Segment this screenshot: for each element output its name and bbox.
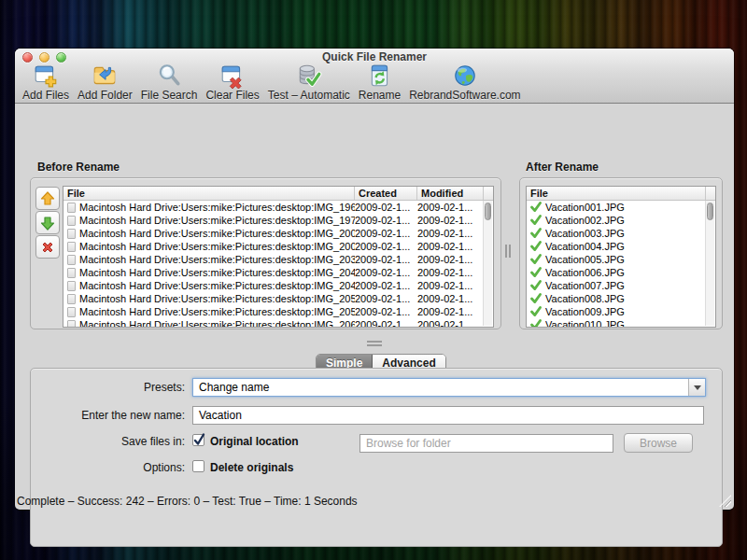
vertical-splitter-handle[interactable] xyxy=(505,245,511,258)
document-icon xyxy=(67,294,76,304)
table-row[interactable]: Vacation002.JPG xyxy=(527,214,706,227)
save-files-in-label: Save files in: xyxy=(31,435,185,448)
column-header-file[interactable]: File xyxy=(527,187,706,200)
table-row[interactable]: Vacation010.JPG xyxy=(527,318,706,327)
file-path: Macintosh Hard Drive:Users:mike:Pictures… xyxy=(79,241,355,252)
status-bar: Complete – Success: 242 – Errors: 0 – Te… xyxy=(15,492,734,510)
file-path: Macintosh Hard Drive:Users:mike:Pictures… xyxy=(79,306,355,317)
after-table-scrollbar[interactable] xyxy=(705,201,714,326)
table-row[interactable]: Macintosh Hard Drive:Users:mike:Pictures… xyxy=(63,201,484,214)
green-check-icon xyxy=(530,241,542,252)
table-row[interactable]: Vacation004.JPG xyxy=(527,240,706,253)
clear-files-button[interactable]: Clear Files xyxy=(205,63,259,102)
table-row[interactable]: Macintosh Hard Drive:Users:mike:Pictures… xyxy=(63,292,484,305)
created-date: 2009-02-1... xyxy=(355,254,417,265)
green-check-icon xyxy=(530,280,542,291)
file-path: Macintosh Hard Drive:Users:mike:Pictures… xyxy=(79,280,355,291)
horizontal-splitter-handle[interactable] xyxy=(367,341,382,346)
add-files-button[interactable]: Add Files xyxy=(22,63,69,102)
renamed-file-name: Vacation008.JPG xyxy=(545,293,625,304)
column-header-spacer xyxy=(484,187,493,200)
scrollbar-thumb[interactable] xyxy=(707,203,713,220)
add-folder-button[interactable]: Add Folder xyxy=(78,63,133,102)
rename-label: Rename xyxy=(359,89,401,102)
document-icon xyxy=(67,216,76,226)
green-check-icon xyxy=(530,228,542,239)
after-table-header: File xyxy=(527,187,715,201)
add-folder-icon xyxy=(92,63,118,89)
renamed-file-name: Vacation010.JPG xyxy=(545,319,625,327)
document-icon xyxy=(67,203,76,213)
file-search-button[interactable]: File Search xyxy=(141,63,198,102)
file-path: Macintosh Hard Drive:Users:mike:Pictures… xyxy=(79,319,355,327)
created-date: 2009-02-1... xyxy=(355,293,417,304)
green-check-icon xyxy=(530,306,542,317)
modified-date: 2009-02-1... xyxy=(417,215,484,226)
document-icon xyxy=(67,255,76,265)
table-row[interactable]: Vacation003.JPG xyxy=(527,227,706,240)
presets-value: Change name xyxy=(199,381,269,394)
before-files-table: File Created Modified Macintosh Hard Dri… xyxy=(63,186,494,328)
created-date: 2009-02-1... xyxy=(355,319,417,327)
after-rename-title: After Rename xyxy=(526,161,599,174)
column-header-modified[interactable]: Modified xyxy=(417,187,484,200)
original-location-label[interactable]: Original location xyxy=(210,435,299,448)
scrollbar-thumb[interactable] xyxy=(485,203,491,220)
after-files-table: File Vacation001.JPG xyxy=(526,186,716,328)
table-row[interactable]: Macintosh Hard Drive:Users:mike:Pictures… xyxy=(63,305,484,318)
table-row[interactable]: Vacation008.JPG xyxy=(527,292,706,305)
table-row[interactable]: Vacation006.JPG xyxy=(527,266,706,279)
modified-date: 2009-02-1... xyxy=(417,228,484,239)
globe-icon xyxy=(452,63,478,89)
add-files-icon xyxy=(33,63,59,89)
combobox-dropdown-button[interactable] xyxy=(688,379,705,396)
table-row[interactable]: Macintosh Hard Drive:Users:mike:Pictures… xyxy=(63,318,484,327)
new-name-input[interactable]: Vacation xyxy=(192,406,704,425)
resize-grip-icon[interactable] xyxy=(719,495,731,507)
table-row[interactable]: Vacation005.JPG xyxy=(527,253,706,266)
column-header-spacer xyxy=(706,187,715,200)
rebrandsoftware-button[interactable]: RebrandSoftware.com xyxy=(409,63,520,102)
window-chrome[interactable]: Quick File Renamer Add Files Add Folder xyxy=(15,49,734,104)
up-arrow-icon xyxy=(39,190,56,207)
table-row[interactable]: Macintosh Hard Drive:Users:mike:Pictures… xyxy=(63,279,484,292)
checkbox-check-icon xyxy=(192,432,206,446)
browse-folder-input[interactable]: Browse for folder xyxy=(359,434,613,453)
column-header-file[interactable]: File xyxy=(63,187,355,200)
table-row[interactable]: Macintosh Hard Drive:Users:mike:Pictures… xyxy=(63,253,484,266)
column-header-created[interactable]: Created xyxy=(355,187,417,200)
original-location-checkbox[interactable] xyxy=(192,434,204,446)
test-automatic-label: Test – Automatic xyxy=(268,89,350,102)
table-row[interactable]: Vacation009.JPG xyxy=(527,305,706,318)
delete-originals-checkbox[interactable] xyxy=(192,460,204,472)
renamed-file-name: Vacation004.JPG xyxy=(545,241,625,252)
before-rename-groupbox: File Created Modified Macintosh Hard Dri… xyxy=(30,177,501,329)
modified-date: 2009-02-1... xyxy=(417,254,484,265)
table-row[interactable]: Vacation001.JPG xyxy=(527,201,706,214)
rename-button[interactable]: Rename xyxy=(359,63,401,102)
browse-button[interactable]: Browse xyxy=(624,433,693,453)
created-date: 2009-02-1... xyxy=(355,228,417,239)
move-up-button[interactable] xyxy=(35,187,60,210)
clear-files-label: Clear Files xyxy=(205,89,259,102)
test-automatic-button[interactable]: Test – Automatic xyxy=(268,63,350,102)
table-row[interactable]: Macintosh Hard Drive:Users:mike:Pictures… xyxy=(63,214,484,227)
before-table-header: File Created Modified xyxy=(63,187,493,201)
renamed-file-name: Vacation006.JPG xyxy=(545,267,625,278)
document-icon xyxy=(67,281,76,291)
add-files-label: Add Files xyxy=(22,89,69,102)
table-row[interactable]: Macintosh Hard Drive:Users:mike:Pictures… xyxy=(63,227,484,240)
table-row[interactable]: Macintosh Hard Drive:Users:mike:Pictures… xyxy=(63,266,484,279)
green-check-icon xyxy=(530,267,542,278)
before-table-scrollbar[interactable] xyxy=(483,201,492,326)
after-table-rows: Vacation001.JPG Vacation002.JPG xyxy=(527,201,706,327)
presets-combobox[interactable]: Change name xyxy=(192,378,706,397)
renamed-file-name: Vacation009.JPG xyxy=(545,306,625,317)
renamed-file-name: Vacation001.JPG xyxy=(545,202,625,213)
table-row[interactable]: Vacation007.JPG xyxy=(527,279,706,292)
move-down-button[interactable] xyxy=(35,211,60,234)
delete-originals-label[interactable]: Delete originals xyxy=(210,461,293,474)
file-path: Macintosh Hard Drive:Users:mike:Pictures… xyxy=(79,267,355,278)
remove-file-button[interactable] xyxy=(35,235,60,259)
table-row[interactable]: Macintosh Hard Drive:Users:mike:Pictures… xyxy=(63,240,484,253)
